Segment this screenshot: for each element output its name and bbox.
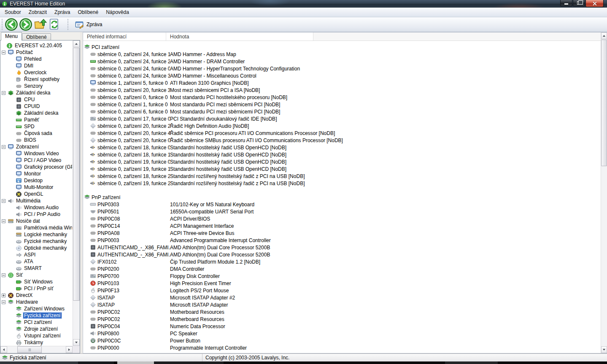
sidebar-item-bios[interactable]: BIOS [0,137,72,143]
sidebar-item-dmi[interactable]: DMI [0,62,72,69]
section-header-pnp-zarizeni[interactable]: PnP zařízení [83,194,601,201]
table-row[interactable]: PNP0003Advanced Programmable Interrupt C… [83,237,601,244]
table-row[interactable]: sběrnice 0, zařízení 20, funkce 2Řadič H… [83,122,601,129]
table-row[interactable]: PNP0C02Motherboard Resources [83,308,601,315]
sidebar-item-zobrazeni[interactable]: Zobrazení [0,143,72,150]
sidebar-item-opengl[interactable]: OpenGL [0,191,72,197]
sidebar-item-pci-zarizeni[interactable]: PCI zařízení [0,319,72,326]
up-button[interactable] [33,18,47,31]
sidebar-item-pocitac[interactable]: Počítač [0,49,72,56]
sidebar-item-sit-windows[interactable]: Síť Windows [0,278,72,285]
collapse-icon[interactable] [2,91,5,95]
menu-item-zobrazit[interactable]: Zobrazit [25,8,51,17]
table-row[interactable]: PNP0C02Motherboard Resources [83,315,601,323]
sidebar-item-everest-v2-20-405[interactable]: EVEREST v2.20.405 [0,42,72,49]
table-row[interactable]: sběrnice 0, zařízení 19, funkce 1Standar… [83,165,601,173]
table-row[interactable]: IFX0102Čip Trusted Platform Module 1.2 [… [83,258,601,265]
table-row[interactable]: PNP0000Programmable Interrupt Controller [83,344,601,351]
table-row[interactable]: sběrnice 0, zařízení 24, funkce 2AMD Ham… [83,58,601,65]
collapse-icon[interactable] [2,219,5,223]
sidebar-item-cpu[interactable]: CPU [0,96,72,103]
table-row[interactable]: sběrnice 0, zařízení 17, funkce 0PCI Sta… [83,115,601,122]
tab-menu[interactable]: Menu [1,32,22,40]
sidebar-item-monitor[interactable]: Monitor [0,170,72,177]
table-row[interactable]: PNP0800PC Speaker [83,330,601,337]
toolbar-gripper[interactable] [67,19,69,30]
table-row[interactable]: sběrnice 0, zařízení 24, funkce 1AMD Ham… [83,51,601,58]
scroll-down-button[interactable] [73,339,80,346]
table-row[interactable]: sběrnice 0, zařízení 24, funkce 3AMD Ham… [83,72,601,79]
sidebar-item-smart[interactable]: SMART [0,265,72,272]
sidebar-item-pametova-media-windows[interactable]: Paměťová média Windows [0,224,72,231]
table-row[interactable]: PNP0200DMA Controller [83,265,601,272]
table-row[interactable]: sběrnice 0, zařízení 1, funkce 0Most sta… [83,101,601,108]
sidebar-item-fyzicke-mechaniky[interactable]: Fyzické mechaniky [0,238,72,245]
scroll-up-button[interactable] [601,32,607,39]
refresh-button[interactable] [48,18,61,31]
table-row[interactable]: sběrnice 0, zařízení 20, funkce 4Řadič s… [83,129,601,137]
sidebar-item-multimedia[interactable]: Multimédia [0,197,72,204]
sidebar-item-zakladni-deska[interactable]: Základní deska [0,89,72,96]
toolbar-gripper[interactable] [1,19,3,30]
table-row[interactable]: PNP0103High Precision Event Timer [83,280,601,287]
collapse-icon[interactable] [2,300,5,304]
maximize-button[interactable] [573,0,585,6]
table-row[interactable]: sběrnice 0, zařízení 18, funkce 2Standar… [83,173,601,180]
collapse-icon[interactable] [2,273,5,277]
sidebar-item-logicke-mechaniky[interactable]: Logické mechaniky [0,231,72,238]
menu-item-soubor[interactable]: Soubor [1,8,25,17]
table-row[interactable]: sběrnice 0, zařízení 6, funkce 0Most sta… [83,108,601,115]
sidebar-item-zdroje-zarizeni[interactable]: Zdroje zařízení [0,326,72,332]
scroll-right-button[interactable] [66,346,73,353]
column-header-overview[interactable]: Přehled informací [83,32,166,40]
sidebar-item-graficky-procesor-gpu[interactable]: Grafický procesor (GPU) [0,164,72,170]
minimize-button[interactable] [560,0,572,6]
tree-vertical-scrollbar[interactable] [73,40,80,346]
scroll-down-button[interactable] [601,346,607,353]
sidebar-item-zarizeni-windows[interactable]: Zařízení Windows [0,305,72,312]
sidebar-item-desktop[interactable]: Desktop [0,177,72,184]
tab-oblibene[interactable]: Oblíbené [22,33,51,40]
sidebar-item-cpuid[interactable]: CPUID [0,103,72,110]
sidebar-item-prehled[interactable]: Přehled [0,56,72,62]
collapse-icon[interactable] [2,51,5,54]
table-row[interactable]: PNP050116550A-compatible UART Serial Por… [83,208,601,215]
sidebar-item-overclock[interactable]: Overclock [0,69,72,76]
table-row[interactable]: sběrnice 0, zařízení 20, funkce 0Řadič s… [83,137,601,144]
sidebar-item-vstupni-zarizeni[interactable]: Vstupní zařízení [0,332,72,339]
sidebar-item-windows-audio[interactable]: Windows Audio [0,204,72,211]
sidebar-item-fyzicka-zarizeni[interactable]: Fyzická zařízení [0,312,72,319]
menu-item-zprava[interactable]: Zpráva [51,8,74,17]
sidebar-item-sit[interactable]: Síť [0,272,72,278]
tree-scroll-thumb[interactable] [73,48,80,301]
table-row[interactable]: PNP0700Floppy Disk Controller [83,272,601,280]
table-row[interactable]: AUTHENTICAMD_-_X86_FAMI...AMD Athlon(tm)… [83,244,601,251]
table-row[interactable]: PNP0F13Logitech PS/2 Port Mouse [83,287,601,294]
table-row[interactable]: sběrnice 1, zařízení 5, funkce 0ATI Rade… [83,79,601,86]
collapse-icon[interactable] [2,199,5,203]
column-header-value[interactable]: Hodnota [166,32,313,40]
table-row[interactable]: sběrnice 0, zařízení 0, funkce 0Most sta… [83,94,601,101]
sidebar-item-hardware[interactable]: Hardware [0,299,72,305]
table-row[interactable]: ISATAPMicrosoft ISATAP Adapter #2 [83,294,601,301]
sidebar-item-directx[interactable]: DirectX [0,292,72,299]
table-row[interactable]: PNP0C14ACPI Management Interface [83,222,601,229]
table-row[interactable]: sběrnice 0, zařízení 18, funkce 1Standar… [83,151,601,158]
section-header-pci-zarizeni[interactable]: PCI zařízení [83,43,601,51]
sidebar-item-opticke-mechaniky[interactable]: Optické mechaniky [0,245,72,251]
sidebar-item-windows-video[interactable]: Windows Video [0,150,72,157]
table-row[interactable]: sběrnice 0, zařízení 19, funkce 2Standar… [83,180,601,187]
tree-horizontal-scrollbar[interactable] [0,346,73,353]
table-row[interactable]: PNP0A08ACPI Three-wire Device Bus [83,229,601,237]
sidebar-item-rizeni-spotreby[interactable]: Řízení spotřeby [0,76,72,83]
sidebar-item-zakladni-deska[interactable]: Základní deska [0,110,72,116]
scroll-up-button[interactable] [73,40,80,47]
table-row[interactable]: ISATAPMicrosoft ISATAP Adapter [83,301,601,308]
close-button[interactable] [585,0,604,7]
sidebar-item-multi-monitor[interactable]: Multi-Monitor [0,184,72,191]
table-row[interactable]: PNP0C08ACPI Driver/BIOS [83,215,601,222]
table-row[interactable]: PNP0C0CPower Button [83,337,601,344]
list-scroll-thumb[interactable] [601,40,607,166]
forward-button[interactable] [19,18,32,31]
back-button[interactable] [5,18,18,31]
